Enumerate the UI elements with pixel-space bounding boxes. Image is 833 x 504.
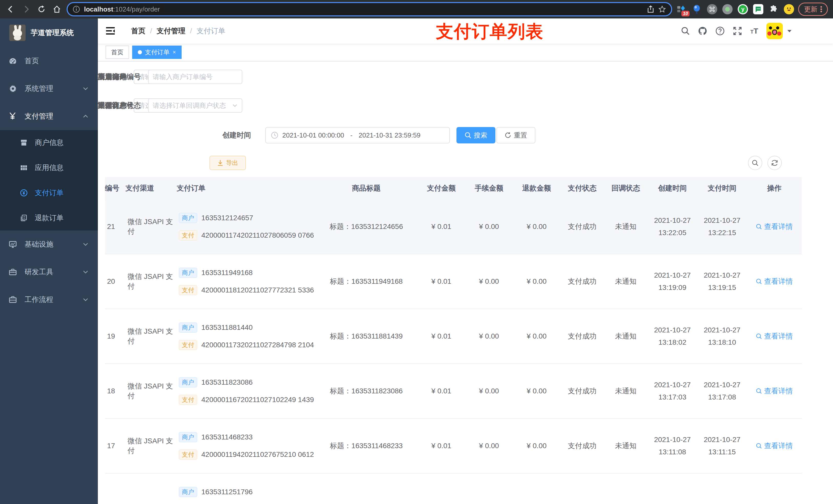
url-bar[interactable]: localhost:1024/pay/order [67,2,672,16]
cell-pay-time: 2021-10-27 13:18:10 [697,309,747,364]
dot-extension-icon[interactable] [722,4,733,14]
user-avatar[interactable] [766,23,783,39]
view-detail-link[interactable]: 查看详情 [756,441,793,451]
back-icon[interactable] [5,4,16,15]
y-extension-icon[interactable]: y [738,4,748,14]
filter-input-control[interactable] [153,102,229,110]
search-button[interactable]: 搜索 [456,127,495,143]
cell-pay-time: 2021-10-27 13:17:08 [697,364,747,418]
cell-refund: ¥ 0.00 [513,418,561,473]
cell-amount: ¥ 0.01 [418,254,465,309]
sidebar-item-app-info[interactable]: 应用信息 [0,155,98,180]
cell-title: 标题：1635311468233 [315,418,418,473]
command-extension-icon[interactable] [707,4,717,14]
search-icon [465,132,471,139]
font-size-icon[interactable]: TT [750,27,758,35]
sidebar-item-infra[interactable]: 基础设施 [0,231,98,258]
pay-tag: 支付 [179,340,197,350]
col-id: 编号 [105,177,125,199]
chevron-down-icon [82,86,89,92]
filter-input[interactable] [148,70,242,84]
sidebar-item-workflow[interactable]: 工作流程 [0,286,98,313]
extensions-puzzle-icon[interactable] [768,4,779,14]
sidebar-item-merchant-info[interactable]: 商户信息 [0,130,98,155]
col-amount: 支付金额 [418,177,465,199]
detail-search-icon [756,388,762,394]
cell-channel: 微信 JSAPI 支付 [125,309,177,364]
view-detail-link[interactable]: 查看详情 [756,277,793,286]
sidebar: 芋道管理系统 首页 系统管理 支付管理 [0,19,98,504]
cell-create-time: 2021-10-27 13:11:08 [647,418,697,473]
browser-menu-icon[interactable] [820,5,822,13]
cell-amount: ¥ 0.01 [418,418,465,473]
breadcrumb-home[interactable]: 首页 [131,26,145,36]
cell-title: 标题：1635311823086 [315,364,418,418]
github-icon[interactable] [698,26,707,35]
cell-id [105,473,125,504]
sidebar-item-refund-order[interactable]: 退款订单 [0,206,98,231]
sidebar-item-home[interactable]: 首页 [0,47,98,75]
export-button[interactable]: 导出 [210,156,246,170]
cell-create-time: 2021-10-27 13:19:09 [647,254,697,309]
close-tab-icon[interactable]: × [173,49,176,55]
browser-update-button[interactable]: 更新 [798,3,828,16]
sidebar-item-label: 研发工具 [25,267,53,277]
balloon-extension-icon[interactable] [692,4,702,14]
user-menu-caret-icon[interactable] [787,29,792,33]
create-time-label: 创建时间 [163,127,258,143]
extension-row: 10 y [676,4,794,14]
collapse-sidebar-icon[interactable] [98,27,123,35]
detail-search-icon [756,223,762,230]
chat-extension-icon[interactable] [753,4,763,14]
cell-callback-status [604,473,647,504]
reload-icon[interactable] [36,4,47,15]
cell-pay-status: 支付成功 [561,309,604,364]
home-icon[interactable] [51,4,63,15]
merchant-order-no: 1635311949168 [201,269,253,277]
cell-fee: ¥ 0.00 [465,309,513,364]
tab-home[interactable]: 首页 [105,46,129,59]
view-detail-link[interactable]: 查看详情 [756,331,793,341]
fullscreen-icon[interactable] [733,26,742,35]
cell-order: 商户 1635311468233 支付 42000011942021102767… [177,418,315,473]
reset-button[interactable]: 重置 [496,127,536,143]
filter-input-control[interactable] [153,73,238,81]
cell-refund: ¥ 0.00 [513,364,561,418]
sidebar-item-label: 应用信息 [35,163,64,173]
header-search-icon[interactable] [681,27,690,35]
refresh-table-button[interactable] [767,156,782,170]
col-order: 支付订单 [177,177,315,199]
app-logo[interactable]: 芋道管理系统 [0,19,98,47]
view-detail-link[interactable]: 查看详情 [756,386,793,396]
merchant-tag: 商户 [179,432,197,442]
profile-avatar-icon[interactable] [784,4,794,14]
share-icon[interactable] [647,5,654,13]
cell-order: 商户 1635311949168 支付 42000011812021102777… [177,254,315,309]
table-row: 18 微信 JSAPI 支付 商户 1635311823086 [105,364,802,418]
forward-icon[interactable] [21,4,32,15]
breadcrumb-pay[interactable]: 支付管理 [157,26,186,36]
sidebar-item-pay-order[interactable]: 支付订单 [0,180,98,206]
filter-input[interactable] [148,98,242,113]
col-pay-time: 支付时间 [697,177,747,199]
toggle-search-button[interactable] [748,156,762,170]
monitor-icon [9,240,17,248]
cell-refund: ¥ 0.00 [513,254,561,309]
cell-callback-status: 未通知 [604,364,647,418]
sidebar-item-label: 首页 [25,56,39,66]
sidebar-item-dev-tools[interactable]: 研发工具 [0,258,98,286]
view-detail-link[interactable]: 查看详情 [756,222,793,232]
sidebar-item-pay[interactable]: 支付管理 [0,102,98,130]
help-icon[interactable] [715,26,724,35]
pay-order-no: 420000116720211027102249 1439 [201,396,314,404]
filter-row-3: 创建时间 2021-10-01 00:00:00 - 2021-10-31 23… [98,127,833,143]
extension-pinned-icon[interactable]: 10 [676,4,687,14]
site-info-icon[interactable] [73,6,80,13]
date-range-input[interactable]: 2021-10-01 00:00:00 - 2021-10-31 23:59:5… [265,127,450,143]
table-header: 编号 支付渠道 支付订单 商品标题 支付金额 手续金额 退款金额 支付状态 回调… [105,177,802,199]
date-start: 2021-10-01 00:00:00 [282,131,344,139]
bookmark-star-icon[interactable] [658,5,666,13]
pay-submenu: 商户信息 应用信息 支付订单 退款订单 [0,130,98,231]
sidebar-item-system[interactable]: 系统管理 [0,75,98,102]
tab-pay-order[interactable]: 支付订单 × [132,46,182,59]
